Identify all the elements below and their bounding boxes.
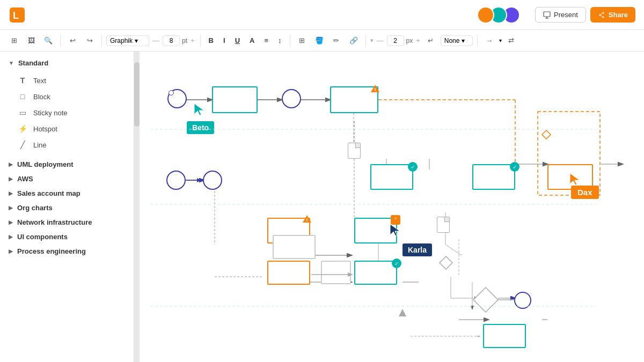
avatar-user1 bbox=[477, 6, 494, 24]
flip-icon[interactable]: ⇄ bbox=[504, 33, 519, 48]
underline-button[interactable]: U bbox=[231, 35, 244, 46]
standard-chevron bbox=[9, 60, 14, 66]
hotspot-icon: ⚡ bbox=[17, 123, 28, 134]
svg-line-9 bbox=[601, 15, 602, 16]
sidebar-section-ui[interactable]: UI components bbox=[0, 230, 134, 244]
canvas-area[interactable]: ! Beto bbox=[134, 51, 644, 362]
ui-label: UI components bbox=[17, 233, 68, 241]
hotspot-item-label: Hotspot bbox=[33, 125, 57, 133]
fill-icon[interactable]: 🪣 bbox=[312, 33, 327, 48]
process-label: Process engineering bbox=[17, 247, 86, 255]
standard-items: T Text □ Block ▭ Sticky note ⚡ Hotspot ╱… bbox=[0, 70, 134, 157]
font-family-chevron: ▾ bbox=[135, 37, 138, 45]
svg-line-8 bbox=[601, 13, 602, 14]
line-end-select[interactable]: None ▾ bbox=[441, 35, 473, 46]
align-button[interactable]: ≡ bbox=[260, 35, 272, 46]
aws-chevron bbox=[9, 176, 13, 182]
org-chevron bbox=[9, 205, 13, 211]
topbar: L Present Share bbox=[0, 0, 644, 30]
sidebar-section-process[interactable]: Process engineering bbox=[0, 244, 134, 258]
line-width-unit: px bbox=[406, 37, 413, 45]
sep9: + bbox=[415, 36, 421, 45]
share-button[interactable]: Share bbox=[590, 7, 635, 23]
pen-icon[interactable]: ✏ bbox=[329, 33, 344, 48]
redo-icon[interactable]: ↪ bbox=[82, 33, 97, 48]
canvas[interactable]: ! Beto bbox=[140, 51, 644, 362]
font-size-input[interactable] bbox=[163, 35, 180, 46]
sidebar-item-line[interactable]: ╱ Line bbox=[9, 137, 134, 153]
svg-point-7 bbox=[602, 16, 604, 18]
network-chevron bbox=[9, 219, 13, 225]
uml-label: UML deployment bbox=[17, 160, 74, 168]
ui-chevron bbox=[9, 234, 13, 240]
sidebar-item-hotspot[interactable]: ⚡ Hotspot bbox=[9, 121, 134, 137]
present-button[interactable]: Present bbox=[535, 7, 586, 23]
line-item-label: Line bbox=[33, 141, 47, 149]
toolbar: ⊞ 🖼 🔍 ↩ ↪ Graphik ▾ — pt + B I U A ≡ ↕ ⊞… bbox=[0, 30, 644, 51]
block-item-label: Block bbox=[33, 93, 50, 101]
sep10 bbox=[477, 35, 478, 47]
share-label: Share bbox=[609, 11, 628, 19]
svg-rect-2 bbox=[544, 12, 550, 17]
font-size-unit: pt bbox=[182, 37, 187, 45]
undo-icon[interactable]: ↩ bbox=[65, 33, 80, 48]
text-color-button[interactable]: A bbox=[246, 35, 258, 46]
font-family-value: Graphik bbox=[110, 37, 133, 45]
sales-label: Sales account map bbox=[17, 189, 80, 197]
sidebar-section-standard[interactable]: Standard bbox=[0, 56, 134, 70]
line-end-chevron: ▾ bbox=[462, 37, 465, 45]
app-logo[interactable]: L bbox=[9, 6, 26, 24]
network-label: Network infrastructure bbox=[17, 218, 92, 226]
present-label: Present bbox=[554, 11, 578, 19]
topbar-buttons: Present Share bbox=[535, 7, 635, 23]
arrow-style-select[interactable]: → bbox=[482, 33, 497, 48]
svg-text:L: L bbox=[13, 10, 19, 21]
scrollbar[interactable] bbox=[134, 51, 140, 362]
aws-label: AWS bbox=[17, 175, 33, 183]
sidebar-section-org[interactable]: Org charts bbox=[0, 201, 134, 215]
svg-point-5 bbox=[599, 14, 601, 16]
table-icon[interactable]: ⊞ bbox=[295, 33, 310, 48]
sidebar-section-aws[interactable]: AWS bbox=[0, 172, 134, 186]
sep5 bbox=[200, 35, 201, 47]
sidebar-item-block[interactable]: □ Block bbox=[9, 88, 134, 105]
sep4: + bbox=[189, 36, 196, 45]
sticky-item-label: Sticky note bbox=[33, 109, 68, 117]
image-icon[interactable]: 🖼 bbox=[24, 33, 39, 48]
sticky-note-icon: ▭ bbox=[17, 107, 28, 118]
org-label: Org charts bbox=[17, 204, 53, 212]
sidebar-section-sales[interactable]: Sales account map bbox=[0, 186, 134, 201]
sep6 bbox=[290, 35, 290, 47]
line-height-button[interactable]: ↕ bbox=[274, 35, 286, 46]
scrollbar-thumb[interactable] bbox=[134, 62, 140, 127]
text-icon: T bbox=[17, 75, 28, 86]
line-width-input[interactable] bbox=[387, 35, 404, 46]
sidebar-section-network[interactable]: Network infrastructure bbox=[0, 215, 134, 230]
italic-button[interactable]: I bbox=[219, 35, 229, 46]
sep8: — bbox=[376, 36, 385, 45]
process-chevron bbox=[9, 248, 13, 254]
search-icon[interactable]: 🔍 bbox=[41, 33, 56, 48]
line-icon: ╱ bbox=[17, 139, 28, 150]
sidebar-section-uml[interactable]: UML deployment bbox=[0, 157, 134, 172]
diagram: ! Beto bbox=[140, 51, 644, 362]
sep7 bbox=[365, 35, 366, 47]
main-layout: Standard T Text □ Block ▭ Sticky note ⚡ … bbox=[0, 51, 644, 362]
sidebar-item-text[interactable]: T Text bbox=[9, 72, 134, 88]
sidebar: Standard T Text □ Block ▭ Sticky note ⚡ … bbox=[0, 51, 134, 362]
plugin-icon[interactable]: ⊞ bbox=[6, 33, 21, 48]
block-icon: □ bbox=[17, 91, 28, 102]
present-icon bbox=[543, 11, 551, 19]
link-icon[interactable]: 🔗 bbox=[346, 33, 361, 48]
uml-chevron bbox=[9, 161, 13, 167]
font-family-select[interactable]: Graphik ▾ bbox=[106, 35, 149, 46]
corner-icon[interactable]: ↵ bbox=[423, 33, 438, 48]
bold-button[interactable]: B bbox=[205, 35, 217, 46]
line-sep: ▾ bbox=[370, 37, 374, 44]
svg-point-6 bbox=[602, 12, 604, 13]
sidebar-item-sticky-note[interactable]: ▭ Sticky note bbox=[9, 105, 134, 121]
lane-lines bbox=[140, 51, 644, 362]
share-icon bbox=[598, 11, 605, 19]
sep1 bbox=[60, 35, 61, 47]
sep3: — bbox=[151, 36, 160, 45]
